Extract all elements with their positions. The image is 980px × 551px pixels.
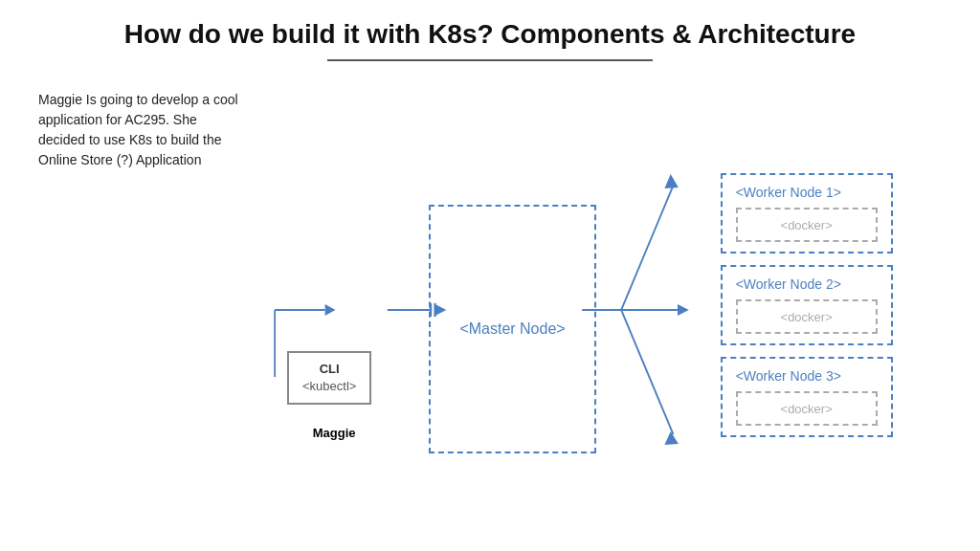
- cli-box: CLI <kubectl>: [287, 351, 371, 405]
- master-node-label: <Master Node>: [459, 320, 565, 338]
- master-node: <Master Node>: [429, 205, 595, 453]
- svg-marker-9: [664, 174, 678, 188]
- svg-marker-11: [678, 304, 689, 316]
- svg-line-12: [621, 310, 673, 434]
- docker-label-2: <docker>: [781, 310, 833, 324]
- worker-node-3: <Worker Node 3> <docker>: [721, 357, 893, 437]
- worker-node-1: <Worker Node 1> <docker>: [721, 173, 893, 253]
- docker-label-3: <docker>: [781, 402, 833, 416]
- docker-box-1: <docker>: [736, 208, 878, 242]
- svg-marker-13: [664, 431, 678, 445]
- worker-node-1-title: <Worker Node 1>: [736, 185, 878, 200]
- cli-title: CLI: [302, 361, 356, 378]
- page-title: How do we build it with K8s? Components …: [38, 19, 942, 50]
- cli-subtitle: <kubectl>: [302, 378, 356, 395]
- worker-node-2: <Worker Node 2> <docker>: [721, 265, 893, 345]
- docker-box-3: <docker>: [736, 391, 878, 426]
- worker-node-2-title: <Worker Node 2>: [736, 276, 878, 292]
- docker-box-2: <docker>: [736, 299, 878, 334]
- worker-nodes-column: <Worker Node 1> <docker> <Worker Node 2>…: [721, 173, 893, 437]
- page: How do we build it with K8s? Components …: [0, 0, 980, 551]
- svg-line-8: [621, 186, 673, 310]
- worker-node-3-title: <Worker Node 3>: [736, 368, 878, 384]
- description-text: Maggie Is going to develop a cool applic…: [38, 90, 239, 170]
- docker-label-1: <docker>: [781, 218, 833, 232]
- title-divider: [327, 59, 653, 61]
- actor-label: Maggie: [313, 426, 356, 440]
